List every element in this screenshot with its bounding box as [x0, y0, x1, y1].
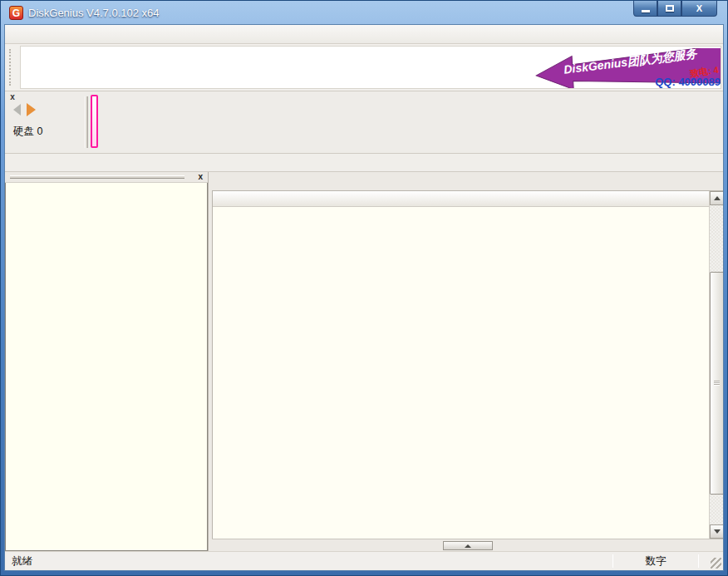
table-body: [213, 207, 709, 539]
panel-close-button[interactable]: x: [7, 92, 17, 101]
table-header: [213, 191, 723, 207]
window-controls: X: [633, 1, 717, 17]
ad-banner[interactable]: DiskGenius团队为您服务 致电: 4 QQ: 4000089: [20, 46, 721, 89]
app-logo-icon: G: [9, 6, 23, 20]
status-text: 就绪: [5, 554, 612, 569]
scrollbar-thumb[interactable]: [710, 272, 723, 495]
bottom-strip: [212, 539, 723, 551]
status-separator: [698, 554, 699, 568]
toolbar-grip[interactable]: [9, 49, 13, 86]
main-split: x: [5, 172, 723, 551]
minimize-icon: [642, 10, 650, 12]
toolbar: DiskGenius团队为您服务 致电: 4 QQ: 4000089: [5, 44, 723, 91]
tree-panel: x: [5, 172, 209, 551]
status-bar: 就绪 数字: [5, 551, 723, 570]
collapse-panel-button[interactable]: [443, 541, 493, 550]
file-browser: [212, 191, 723, 539]
tree-panel-grip[interactable]: [10, 175, 184, 179]
scroll-up-icon: [714, 196, 721, 200]
partition-panel: x 硬盘 0: [5, 91, 723, 154]
app-client-area: DiskGenius团队为您服务 致电: 4 QQ: 4000089 x 硬盘 …: [4, 24, 724, 571]
partition-block-reserved[interactable]: [91, 95, 98, 148]
resize-grip[interactable]: [711, 558, 721, 569]
app-window: G DiskGenius V4.7.0.102 x64 X DiskGenius…: [0, 0, 728, 576]
window-title: DiskGenius V4.7.0.102 x64: [28, 7, 160, 19]
partition-panel-grip[interactable]: [85, 96, 88, 148]
tree-panel-header: x: [5, 172, 208, 183]
collapse-arrow-icon: [465, 544, 471, 548]
maximize-button[interactable]: [657, 1, 681, 17]
close-button[interactable]: X: [681, 1, 717, 17]
prev-disk-icon[interactable]: [13, 104, 21, 116]
maximize-icon: [666, 5, 674, 12]
title-bar[interactable]: G DiskGenius V4.7.0.102 x64 X: [1, 1, 727, 24]
minimize-button[interactable]: [633, 1, 657, 17]
disk-navigator: x 硬盘 0: [5, 91, 83, 153]
scroll-down-button[interactable]: [710, 524, 723, 539]
vertical-scrollbar[interactable]: [709, 191, 723, 539]
disk-info-bar: [5, 154, 723, 172]
partition-tree: [5, 183, 208, 551]
disk-label: 硬盘 0: [13, 125, 42, 139]
scroll-up-button[interactable]: [710, 191, 723, 205]
num-lock-indicator: 数字: [613, 554, 698, 569]
close-icon: X: [696, 3, 702, 13]
menu-bar: [5, 25, 723, 44]
scroll-down-icon: [714, 529, 721, 534]
tab-bar: [212, 172, 723, 191]
tree-panel-close-button[interactable]: x: [198, 172, 203, 181]
next-disk-icon[interactable]: [27, 103, 36, 116]
ad-qq: QQ: 4000089: [655, 76, 721, 88]
right-panel: [212, 172, 723, 551]
